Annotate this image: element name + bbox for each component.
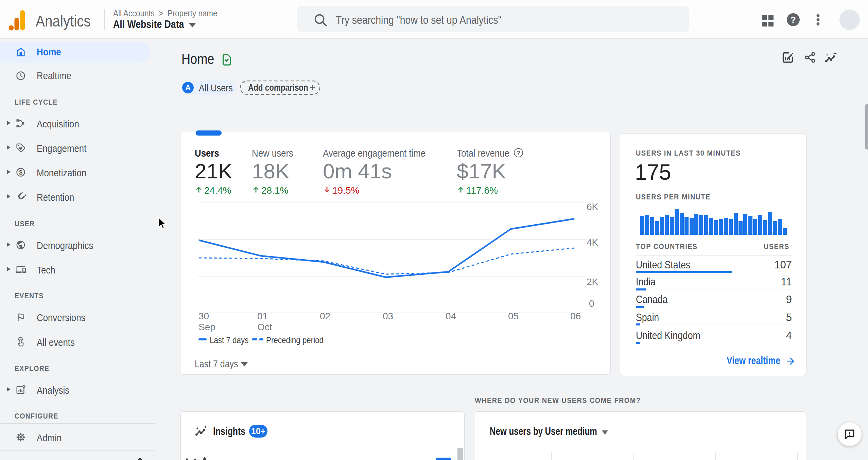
svg-text:$: $ <box>19 169 22 176</box>
